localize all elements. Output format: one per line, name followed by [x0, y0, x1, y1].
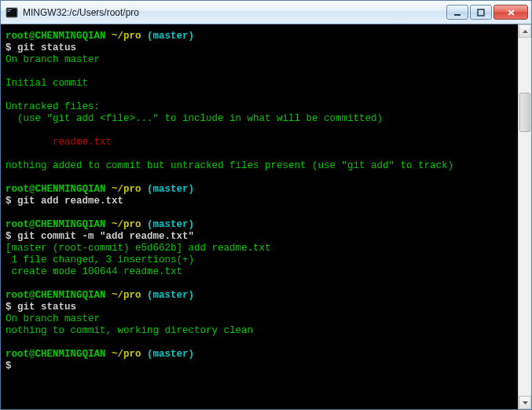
- prompt-path: ~/pro: [112, 184, 141, 195]
- prompt-path: ~/pro: [112, 219, 141, 230]
- app-icon: [6, 6, 18, 19]
- command-text: git add readme.txt: [17, 196, 123, 207]
- output-line: On branch master: [6, 54, 513, 66]
- prompt-line: root@CHENMINGQIAN ~/pro (master): [6, 219, 513, 231]
- blank-line: [6, 90, 513, 101]
- svg-rect-3: [454, 14, 460, 16]
- prompt-line: root@CHENMINGQIAN ~/pro (master): [6, 184, 513, 196]
- prompt-branch: (master): [147, 31, 194, 42]
- output-line: nothing added to commit but untracked fi…: [6, 160, 513, 172]
- vertical-scrollbar[interactable]: [518, 24, 531, 409]
- scroll-thumb[interactable]: [519, 93, 530, 132]
- client-area: root@CHENMINGQIAN ~/pro (master)$ git st…: [1, 24, 531, 409]
- blank-line: [6, 148, 513, 160]
- prompt-line: root@CHENMINGQIAN ~/pro (master): [6, 290, 513, 302]
- command-line: $ git status: [6, 42, 513, 54]
- prompt-user-host: root@CHENMINGQIAN: [6, 219, 106, 230]
- close-button[interactable]: [493, 5, 528, 20]
- app-window: MINGW32:/c/Users/root/pro root@CHENMINGQ…: [0, 0, 532, 410]
- scroll-down-button[interactable]: [519, 396, 531, 409]
- svg-rect-2: [8, 11, 10, 12]
- command-line: $ git add readme.txt: [6, 196, 513, 207]
- terminal[interactable]: root@CHENMINGQIAN ~/pro (master)$ git st…: [1, 24, 518, 409]
- blank-line: [6, 66, 513, 78]
- prompt-line: root@CHENMINGQIAN ~/pro (master): [6, 349, 513, 361]
- prompt-branch: (master): [147, 349, 194, 360]
- scroll-track[interactable]: [519, 38, 531, 396]
- prompt-user-host: root@CHENMINGQIAN: [6, 290, 106, 301]
- command-line: $ git status: [6, 302, 513, 313]
- prompt-path: ~/pro: [112, 31, 141, 42]
- command-text: git status: [17, 302, 76, 313]
- output-line: readme.txt: [6, 137, 513, 148]
- blank-line: [6, 125, 513, 137]
- command-text: git commit -m "add readme.txt": [17, 231, 194, 242]
- window-buttons: [446, 5, 528, 20]
- output-line: Initial commit: [6, 78, 513, 90]
- scroll-up-button[interactable]: [519, 24, 531, 38]
- prompt-branch: (master): [147, 290, 194, 301]
- maximize-button[interactable]: [470, 5, 492, 20]
- output-line: Untracked files:: [6, 101, 513, 113]
- prompt-path: ~/pro: [112, 290, 141, 301]
- prompt-line: root@CHENMINGQIAN ~/pro (master): [6, 31, 513, 42]
- command-line: $: [6, 361, 513, 372]
- svg-rect-4: [478, 9, 484, 16]
- blank-line: [6, 278, 513, 290]
- prompt-branch: (master): [147, 219, 194, 230]
- blank-line: [6, 172, 513, 184]
- minimize-button[interactable]: [446, 5, 468, 20]
- output-line: 1 file changed, 3 insertions(+): [6, 254, 513, 266]
- blank-line: [6, 337, 513, 349]
- output-line: create mode 100644 readme.txt: [6, 266, 513, 278]
- prompt-user-host: root@CHENMINGQIAN: [6, 31, 106, 42]
- prompt-user-host: root@CHENMINGQIAN: [6, 349, 106, 360]
- prompt-user-host: root@CHENMINGQIAN: [6, 184, 106, 195]
- command-text: git status: [17, 42, 76, 53]
- output-line: nothing to commit, working directory cle…: [6, 325, 513, 337]
- blank-line: [6, 207, 513, 219]
- window-title: MINGW32:/c/Users/root/pro: [23, 7, 139, 18]
- output-line: [master (root-commit) e5d662b] add readm…: [6, 243, 513, 254]
- svg-rect-1: [8, 9, 12, 10]
- prompt-path: ~/pro: [112, 349, 141, 360]
- output-line: On branch master: [6, 313, 513, 325]
- svg-rect-0: [6, 8, 17, 17]
- title-bar[interactable]: MINGW32:/c/Users/root/pro: [1, 1, 531, 24]
- command-line: $ git commit -m "add readme.txt": [6, 231, 513, 243]
- output-line: (use "git add <file>..." to include in w…: [6, 113, 513, 125]
- prompt-branch: (master): [147, 184, 194, 195]
